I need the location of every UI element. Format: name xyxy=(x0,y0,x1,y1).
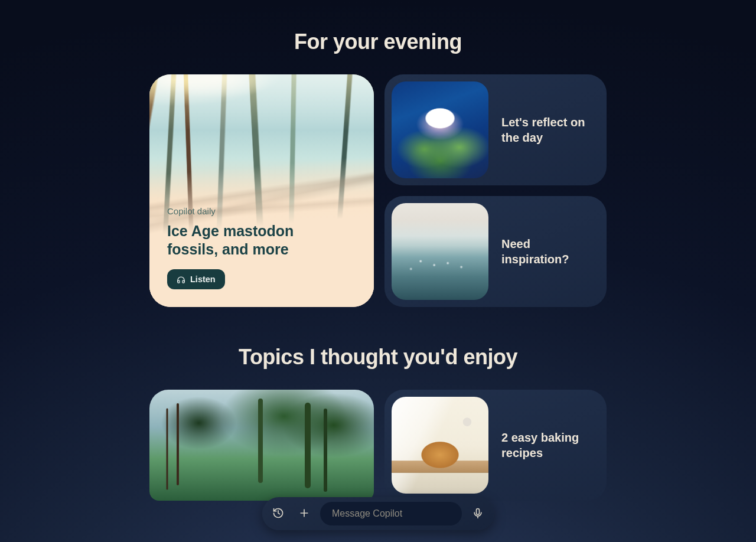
voice-button[interactable] xyxy=(468,504,488,524)
plus-icon xyxy=(298,507,310,521)
evening-right-column: Let's reflect on the day Need inspiratio… xyxy=(384,74,607,307)
card-label: Need inspiration? xyxy=(501,236,599,267)
lily-thumbnail xyxy=(392,81,488,178)
card-label: 2 easy baking recipes xyxy=(501,430,599,461)
bread-thumbnail xyxy=(392,397,488,494)
feature-card[interactable]: Copilot daily Ice Age mastodon fossils, … xyxy=(149,74,374,307)
listen-button[interactable]: Listen xyxy=(167,269,225,289)
page: For your evening Copilot daily Ice Age m… xyxy=(0,0,756,501)
add-button[interactable] xyxy=(294,504,314,524)
feature-kicker: Copilot daily xyxy=(167,206,356,216)
card-inspiration[interactable]: Need inspiration? xyxy=(384,196,607,307)
message-input-wrapper[interactable] xyxy=(320,502,462,525)
card-baking[interactable]: 2 easy baking recipes xyxy=(384,390,607,501)
history-button[interactable] xyxy=(268,504,288,524)
section-title-topics: Topics I thought you'd enjoy xyxy=(239,345,517,370)
microphone-icon xyxy=(472,507,484,521)
card-reflect[interactable]: Let's reflect on the day xyxy=(384,74,607,185)
topics-row: 2 easy baking recipes xyxy=(149,390,607,501)
feature-content: Copilot daily Ice Age mastodon fossils, … xyxy=(149,206,374,308)
history-icon xyxy=(272,507,284,521)
section-title-evening: For your evening xyxy=(294,30,462,54)
svg-rect-2 xyxy=(477,508,480,514)
listen-button-label: Listen xyxy=(190,275,216,284)
topics-right-column: 2 easy baking recipes xyxy=(384,390,607,501)
card-label: Let's reflect on the day xyxy=(501,115,599,145)
message-input[interactable] xyxy=(331,508,451,520)
headphones-icon xyxy=(177,275,185,284)
message-input-bar xyxy=(262,497,494,530)
ocean-thumbnail xyxy=(392,203,488,300)
topics-large-card[interactable] xyxy=(149,390,374,501)
evening-row: Copilot daily Ice Age mastodon fossils, … xyxy=(149,74,607,307)
feature-headline: Ice Age mastodon fossils, and more xyxy=(167,222,344,259)
